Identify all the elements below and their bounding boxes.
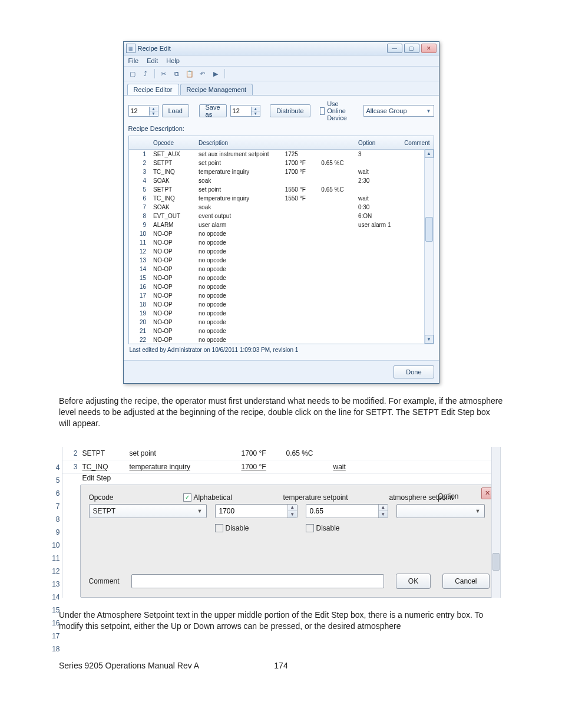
cell-index: 6: [129, 194, 150, 203]
scroll-down-icon[interactable]: ▼: [425, 335, 434, 344]
col-option[interactable]: Option: [355, 136, 401, 150]
checkbox-icon[interactable]: ✓: [183, 493, 191, 502]
atmosphere-value[interactable]: [306, 505, 379, 518]
row-number: 12: [45, 565, 60, 578]
done-button[interactable]: Done: [394, 365, 434, 378]
alphabetical-checkbox[interactable]: ✓ Alphabetical: [183, 493, 283, 502]
titlebar[interactable]: ▦ Recipe Edit — ▢ ✕: [124, 42, 439, 55]
scroll-thumb[interactable]: [492, 553, 500, 571]
recipe-grid[interactable]: Opcode Description Option Comment 1SET_A…: [128, 136, 434, 344]
table-row[interactable]: 6TC_INQtemperature inquiry1550 °Fwait: [129, 194, 434, 203]
recipe-number-input[interactable]: [231, 107, 251, 114]
cell-atmo: [318, 229, 355, 238]
maximize-button[interactable]: ▢: [404, 44, 419, 53]
table-row[interactable]: 11NO-OPno opcode: [129, 238, 434, 247]
cell-atmo: [318, 291, 355, 300]
menu-file[interactable]: File: [128, 57, 139, 64]
vertical-scrollbar[interactable]: ▲ ▼: [424, 149, 434, 344]
table-row[interactable]: 14NO-OPno opcode: [129, 265, 434, 274]
cell-temp: [282, 309, 318, 318]
load-button[interactable]: Load: [162, 104, 189, 117]
table-row[interactable]: 8EVT_OUTevent output6:ON: [129, 212, 434, 220]
col-description[interactable]: Description: [195, 136, 282, 150]
undo-icon[interactable]: ↶: [197, 68, 208, 79]
atmosphere-setpoint-input[interactable]: ▲▼: [306, 504, 388, 518]
recipe-number-input[interactable]: [129, 107, 149, 114]
menu-help[interactable]: Help: [166, 57, 180, 64]
spin-down-icon[interactable]: ▼: [288, 511, 296, 518]
table-row[interactable]: 4SOAKsoak2:30: [129, 176, 434, 185]
table-row[interactable]: 19NO-OPno opcode: [129, 309, 434, 318]
col-comment[interactable]: Comment: [401, 136, 433, 150]
table-row[interactable]: 15NO-OPno opcode: [129, 274, 434, 282]
cut-icon[interactable]: ✂: [158, 68, 169, 79]
tab-recipe-management[interactable]: Recipe Management: [180, 84, 253, 95]
table-row[interactable]: 22NO-OPno opcode: [129, 335, 434, 344]
copy-icon[interactable]: ⧉: [171, 68, 182, 79]
table-row[interactable]: 21NO-OPno opcode: [129, 327, 434, 335]
paste-icon[interactable]: 📋: [184, 68, 195, 79]
spin-down-icon[interactable]: ▼: [379, 511, 387, 518]
toolbar: ▢ ⤴ ✂ ⧉ 📋 ↶ ▶: [124, 67, 439, 81]
group-select[interactable]: Allcase Group ▼: [363, 105, 434, 117]
save-as-button[interactable]: Save as: [199, 104, 227, 117]
disable-temperature-checkbox[interactable]: Disable: [215, 524, 297, 532]
recipe-number-right[interactable]: ▲▼: [230, 105, 260, 117]
table-row[interactable]: 20NO-OPno opcode: [129, 318, 434, 327]
table-row[interactable]: 10NO-OPno opcode: [129, 229, 434, 238]
cell-description: no opcode: [195, 335, 282, 344]
option-select[interactable]: ▼: [396, 504, 485, 518]
ok-button[interactable]: OK: [396, 574, 431, 589]
checkbox-icon[interactable]: [215, 524, 223, 532]
disable-atmosphere-checkbox[interactable]: Disable: [306, 524, 388, 532]
table-row[interactable]: 1SET_AUXset aux instrument setpoint17253: [129, 150, 434, 159]
peek-row[interactable]: 3 TC_INQ temperature inquiry 1700 °F wai…: [62, 460, 498, 474]
table-row[interactable]: 5SETPTset point1550 °F0.65 %C: [129, 185, 434, 194]
temperature-setpoint-input[interactable]: ▲▼: [215, 504, 297, 518]
opcode-select[interactable]: SETPT ▼: [89, 504, 207, 518]
temperature-setpoint-label: temperature setpoint: [283, 493, 395, 502]
close-button[interactable]: ✕: [421, 44, 437, 53]
col-opcode[interactable]: Opcode: [150, 136, 195, 150]
scroll-up-icon[interactable]: ▲: [425, 149, 434, 158]
cell-atmo: [318, 300, 355, 309]
redo-icon[interactable]: ▶: [210, 68, 221, 79]
table-row[interactable]: 3TC_INQtemperature inquiry1700 °Fwait: [129, 167, 434, 176]
peek-row[interactable]: 2 SETPT set point 1700 °F 0.65 %C: [62, 447, 498, 460]
cell-option: wait: [355, 167, 401, 176]
recipe-number-left[interactable]: ▲▼: [128, 105, 158, 117]
table-row[interactable]: 16NO-OPno opcode: [129, 282, 434, 291]
spin-down-icon[interactable]: ▼: [150, 111, 158, 116]
table-row[interactable]: 2SETPTset point1700 °F0.65 %C: [129, 159, 434, 167]
distribute-button[interactable]: Distribute: [270, 104, 310, 117]
table-row[interactable]: 9ALARMuser alarmuser alarm 1: [129, 220, 434, 229]
tab-recipe-editor[interactable]: Recipe Editor: [127, 84, 179, 95]
table-row[interactable]: 7SOAKsoak0:30: [129, 203, 434, 212]
open-icon[interactable]: ⤴: [140, 68, 151, 79]
spin-up-icon[interactable]: ▲: [288, 505, 296, 512]
new-icon[interactable]: ▢: [127, 68, 138, 79]
use-online-device-checkbox[interactable]: Use Online Device: [320, 100, 356, 121]
table-row[interactable]: 13NO-OPno opcode: [129, 256, 434, 265]
outer-scrollbar[interactable]: [491, 447, 501, 598]
cell-opcode: NO-OP: [150, 247, 195, 256]
table-row[interactable]: 12NO-OPno opcode: [129, 247, 434, 256]
comment-label: Comment: [89, 577, 120, 585]
table-row[interactable]: 17NO-OPno opcode: [129, 291, 434, 300]
comment-input[interactable]: [131, 574, 384, 588]
spin-up-icon[interactable]: ▲: [252, 107, 260, 111]
cell-opcode: NO-OP: [150, 238, 195, 247]
checkbox-icon[interactable]: [306, 524, 314, 532]
minimize-button[interactable]: —: [387, 44, 402, 53]
table-row[interactable]: 18NO-OPno opcode: [129, 300, 434, 309]
scroll-thumb[interactable]: [425, 217, 433, 242]
spin-up-icon[interactable]: ▲: [379, 505, 387, 512]
checkbox-icon[interactable]: [320, 107, 325, 115]
cancel-button[interactable]: Cancel: [442, 574, 489, 589]
temperature-value[interactable]: [216, 505, 288, 518]
spin-up-icon[interactable]: ▲: [150, 107, 158, 111]
cell-description: user alarm: [195, 220, 282, 229]
cell-option: [355, 282, 401, 291]
menu-edit[interactable]: Edit: [147, 57, 158, 64]
spin-down-icon[interactable]: ▼: [252, 111, 260, 116]
